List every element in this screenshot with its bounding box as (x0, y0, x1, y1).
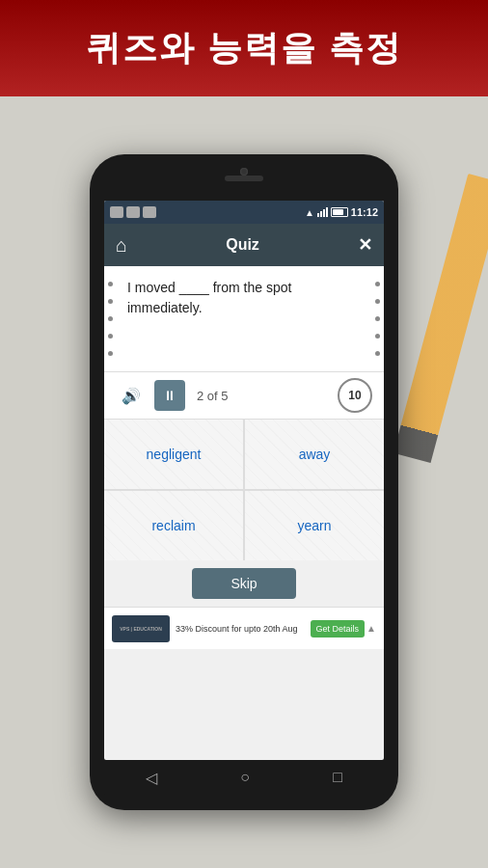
pause-icon: ⏸ (163, 388, 176, 403)
battery-icon (331, 207, 348, 217)
close-icon[interactable]: ✕ (358, 234, 372, 256)
dot (375, 316, 380, 321)
phone-top (90, 154, 398, 201)
quiz-title: Quiz (226, 236, 259, 254)
status-bar: ▲ 11:12 (104, 201, 384, 224)
home-button[interactable]: ○ (240, 769, 250, 786)
timer-value: 10 (348, 389, 361, 402)
background-area: ▲ 11:12 ⌂ Quiz ✕ (0, 96, 488, 868)
answer-label-reclaim: reclaim (151, 518, 195, 533)
status-icons-right: ▲ 11:12 (305, 206, 378, 218)
signal-bar-4 (326, 207, 328, 217)
dot (108, 299, 113, 304)
signal-bar-3 (323, 209, 325, 217)
front-camera (240, 168, 248, 176)
question-dots-left (108, 276, 113, 362)
progress-text: 2 of 5 (197, 389, 229, 403)
dot (375, 282, 380, 286)
speaker-button[interactable]: 🔊 (116, 382, 147, 409)
dot (108, 316, 113, 321)
answer-option-reclaim[interactable]: reclaim (104, 491, 243, 560)
home-icon[interactable]: ⌂ (116, 234, 127, 257)
dot (108, 351, 113, 356)
answer-label-away: away (299, 447, 331, 462)
ad-logo: VPS | EDUCATION (112, 615, 170, 642)
ad-close-icon[interactable]: ▲ (366, 623, 376, 634)
dot (375, 299, 380, 304)
dot (108, 282, 113, 286)
signal-bar-1 (317, 213, 319, 217)
ad-logo-top: VPS | EDUCATION (120, 626, 162, 632)
phone-speaker (225, 176, 263, 181)
banner-title: 퀴즈와 능력을 측정 (86, 25, 402, 72)
ad-banner: VPS | EDUCATION 33% Discount for upto 20… (104, 607, 384, 649)
answers-grid: negligent away reclaim yearn (104, 420, 384, 560)
status-time: 11:12 (351, 206, 378, 218)
action-bar: ⌂ Quiz ✕ (104, 224, 384, 266)
answer-option-negligent[interactable]: negligent (104, 420, 243, 489)
pause-button[interactable]: ⏸ (154, 380, 185, 411)
skip-row: Skip (104, 560, 384, 607)
question-dots-right (375, 276, 380, 362)
timer-circle: 10 (338, 378, 372, 413)
skip-button[interactable]: Skip (192, 568, 295, 599)
dot (108, 334, 113, 339)
controls-row: 🔊 ⏸ 2 of 5 10 (104, 372, 384, 420)
question-area: I moved ____ from the spot immediately. (104, 266, 384, 372)
phone-screen: ▲ 11:12 ⌂ Quiz ✕ (104, 201, 384, 760)
answer-label-yearn: yearn (297, 518, 331, 533)
phone-frame: ▲ 11:12 ⌂ Quiz ✕ (90, 154, 398, 810)
dot (375, 351, 380, 356)
notification-icon-2 (126, 206, 140, 218)
ad-get-details-button[interactable]: Get Details (311, 620, 366, 637)
top-banner: 퀴즈와 능력을 측정 (0, 0, 488, 96)
notification-icon-1 (110, 206, 123, 218)
dot (375, 334, 380, 339)
phone-bottom-nav: ◁ ○ □ (104, 760, 384, 795)
answer-option-yearn[interactable]: yearn (245, 491, 384, 560)
battery-fill (333, 209, 343, 215)
recent-button[interactable]: □ (333, 769, 342, 786)
signal-bars (317, 207, 328, 217)
status-icons-left (110, 206, 156, 218)
question-text: I moved ____ from the spot immediately. (116, 278, 372, 318)
notification-icon-3 (143, 206, 156, 218)
ad-text: 33% Discount for upto 20th Aug (176, 624, 305, 634)
back-button[interactable]: ◁ (146, 769, 157, 787)
answer-option-away[interactable]: away (245, 420, 384, 489)
signal-bar-2 (320, 211, 322, 217)
answer-label-negligent: negligent (147, 447, 202, 462)
wifi-icon: ▲ (305, 207, 314, 218)
pencil-decoration (393, 174, 488, 463)
